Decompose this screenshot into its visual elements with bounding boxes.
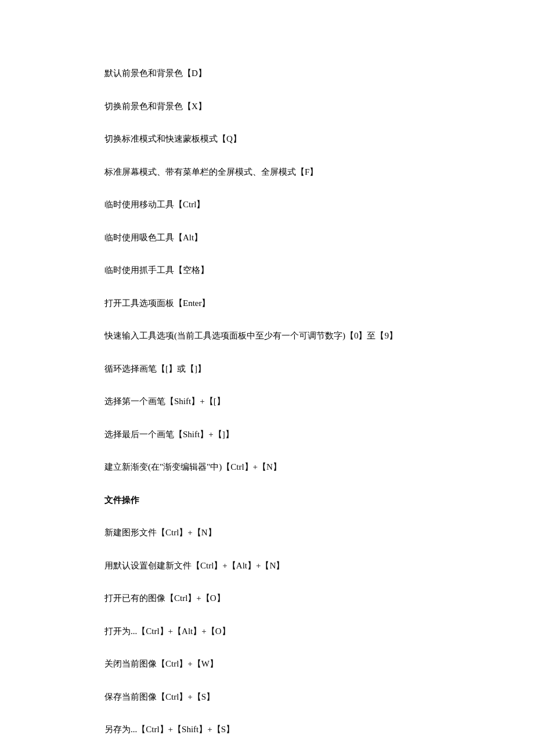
- shortcut-line: 用默认设置创建新文件【Ctrl】+【Alt】+【N】: [104, 559, 430, 573]
- shortcut-line: 新建图形文件【Ctrl】+【N】: [104, 526, 430, 539]
- shortcut-line: 选择第一个画笔【Shift】+【[】: [104, 395, 430, 408]
- shortcut-line: 切换标准模式和快速蒙板模式【Q】: [104, 132, 430, 146]
- shortcut-line: 循环选择画笔【[】或【]】: [104, 362, 430, 376]
- shortcut-line: 标准屏幕模式、带有菜单栏的全屏模式、全屏模式【F】: [104, 165, 430, 179]
- shortcut-line: 临时使用移动工具【Ctrl】: [104, 198, 430, 211]
- shortcut-line: 打开工具选项面板【Enter】: [104, 297, 430, 310]
- section-heading: 文件操作: [104, 494, 430, 507]
- shortcut-line: 关闭当前图像【Ctrl】+【W】: [104, 657, 430, 671]
- shortcut-line: 切换前景色和背景色【X】: [104, 100, 430, 113]
- shortcut-line: 临时使用抓手工具【空格】: [104, 264, 430, 277]
- shortcut-line: 建立新渐变(在"渐变编辑器"中)【Ctrl】+【N】: [104, 460, 430, 474]
- shortcut-line: 快速输入工具选项(当前工具选项面板中至少有一个可调节数字)【0】至【9】: [104, 329, 430, 343]
- shortcut-line: 默认前景色和背景色【D】: [104, 67, 430, 80]
- document-content: 默认前景色和背景色【D】 切换前景色和背景色【X】 切换标准模式和快速蒙板模式【…: [0, 0, 534, 756]
- shortcut-line: 保存当前图像【Ctrl】+【S】: [104, 690, 430, 704]
- shortcut-line: 选择最后一个画笔【Shift】+【]】: [104, 428, 430, 441]
- shortcut-line: 打开为...【Ctrl】+【Alt】+【O】: [104, 625, 430, 638]
- shortcut-line: 另存为...【Ctrl】+【Shift】+【S】: [104, 723, 430, 736]
- shortcut-line: 临时使用吸色工具【Alt】: [104, 231, 430, 244]
- shortcut-line: 打开已有的图像【Ctrl】+【O】: [104, 592, 430, 605]
